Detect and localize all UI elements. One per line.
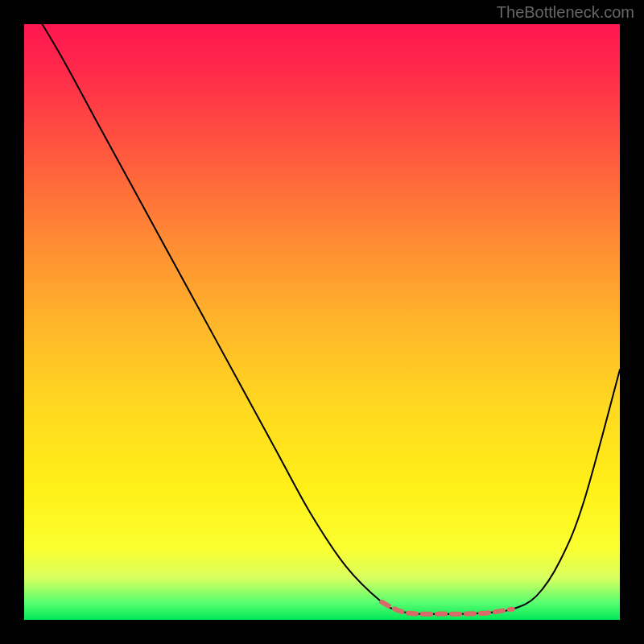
optimal-zone-marker [382, 602, 513, 614]
chart-curve-svg [24, 24, 620, 620]
bottleneck-curve-line [24, 24, 620, 614]
chart-plot-area [24, 24, 620, 620]
watermark-text: TheBottleneck.com [497, 3, 634, 22]
